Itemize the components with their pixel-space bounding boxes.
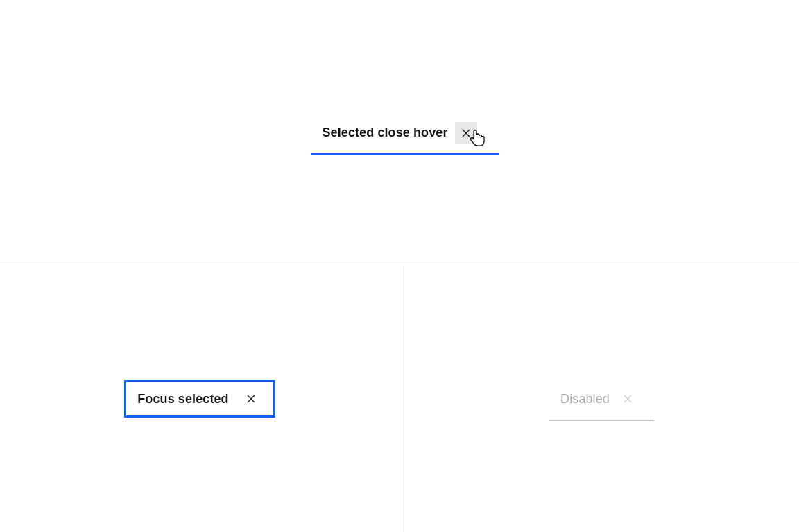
close-icon [246,393,257,404]
tab-selected-close-hover[interactable]: Selected close hover [311,117,488,150]
close-button[interactable] [455,122,477,144]
state-cell-focus-selected: Focus selected [0,266,400,532]
close-icon [622,393,633,404]
tab-focus-selected[interactable]: Focus selected [126,382,273,415]
tab-disabled: Disabled [549,382,650,415]
state-cell-selected-close-hover: Selected close hover [0,0,799,266]
tab-label: Selected close hover [322,126,447,140]
close-button[interactable] [240,388,262,410]
tab-label: Focus selected [137,392,228,406]
state-cell-disabled: Disabled [400,266,799,532]
tab-label: Disabled [560,392,610,406]
close-icon [461,128,472,139]
close-button [617,388,639,410]
